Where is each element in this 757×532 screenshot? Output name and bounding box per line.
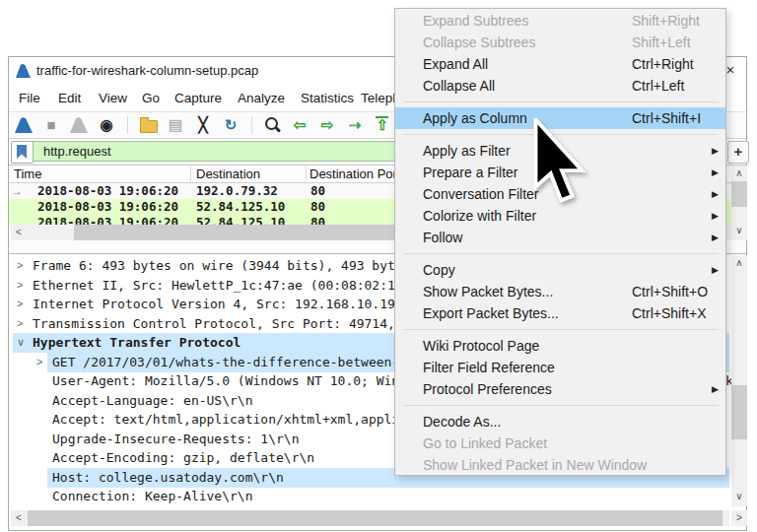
detail-row-text: Host: college.usatoday.com\r\n bbox=[52, 468, 284, 487]
context-menu-item-decode-as[interactable]: Decode As... bbox=[395, 411, 725, 432]
context-menu-item-shortcut: Ctrl+Shift+O bbox=[632, 281, 708, 302]
context-menu-item-expand-subtrees: Expand SubtreesShift+Right bbox=[395, 10, 725, 32]
menubar-item-go[interactable]: Go bbox=[142, 85, 160, 111]
menubar-item-capture[interactable]: Capture bbox=[174, 85, 222, 111]
detail-row-text: Accept-Language: en-US\r\n bbox=[52, 391, 253, 410]
submenu-arrow-icon: ▶ bbox=[712, 378, 719, 400]
expand-icon[interactable]: > bbox=[17, 314, 23, 333]
detail-row-text: Upgrade-Insecure-Requests: 1\r\n bbox=[52, 430, 299, 448]
packet-list-vscroll-thumb[interactable] bbox=[731, 181, 747, 207]
context-menu-separator bbox=[395, 324, 725, 335]
detail-row-text: Hypertext Transfer Protocol bbox=[33, 333, 241, 352]
submenu-arrow-icon: ▶ bbox=[712, 162, 719, 183]
context-menu-item-shortcut: Shift+Right bbox=[632, 10, 700, 32]
detail-row-text: GET /2017/03/01/whats-the-difference-bet… bbox=[52, 353, 399, 371]
packet-list-vscroll-down-button[interactable]: ∨ bbox=[731, 223, 747, 238]
window-title: traffic-for-wireshark-column-setup.pcap bbox=[36, 57, 258, 85]
packet-list-vscroll-up-button[interactable]: ∧ bbox=[731, 166, 747, 181]
context-menu-item-export-packet-bytes[interactable]: Export Packet Bytes...Ctrl+Shift+X bbox=[395, 302, 725, 324]
expand-icon[interactable]: > bbox=[17, 256, 23, 275]
display-filter-value: http.request bbox=[43, 142, 111, 161]
submenu-arrow-icon: ▶ bbox=[712, 140, 719, 162]
save-file-icon[interactable]: ▤ bbox=[164, 114, 187, 136]
context-menu-item-label: Conversation Filter bbox=[423, 183, 539, 205]
context-menu-item-label: Apply as Filter bbox=[423, 140, 511, 162]
detail-hscroll-left-button[interactable]: < bbox=[11, 510, 27, 526]
go-to-packet-icon[interactable]: ⇢ bbox=[343, 114, 367, 136]
submenu-arrow-icon: ▶ bbox=[712, 259, 719, 281]
detail-row-text: Transmission Control Protocol, Src Port:… bbox=[33, 314, 395, 333]
context-menu-item-follow[interactable]: Follow▶ bbox=[395, 227, 725, 248]
reload-file-icon[interactable]: ↻ bbox=[219, 114, 242, 136]
context-menu-separator bbox=[395, 248, 725, 259]
menubar-item-file[interactable]: File bbox=[19, 85, 40, 111]
detail-hscroll-thumb[interactable] bbox=[28, 510, 723, 526]
context-menu-item-copy[interactable]: Copy▶ bbox=[395, 259, 725, 281]
capture-options-fin-icon[interactable] bbox=[67, 114, 91, 136]
context-menu-item-shortcut: Ctrl+Shift+X bbox=[632, 302, 706, 324]
collapse-icon[interactable]: ∨ bbox=[17, 333, 25, 352]
expand-icon[interactable]: > bbox=[17, 276, 23, 295]
context-menu-item-collapse-all[interactable]: Collapse AllCtrl+Left bbox=[395, 75, 725, 97]
context-menu-item-protocol-preferences[interactable]: Protocol Preferences▶ bbox=[395, 378, 725, 400]
detail-vscroll-thumb[interactable] bbox=[731, 385, 747, 439]
open-file-icon[interactable] bbox=[136, 114, 160, 136]
filter-add-button[interactable]: + bbox=[727, 141, 749, 164]
menubar-item-edit[interactable]: Edit bbox=[58, 85, 81, 111]
detail-row-text: Ethernet II, Src: HewlettP_1c:47:ae (00:… bbox=[33, 276, 403, 295]
context-menu-item-show-packet-bytes[interactable]: Show Packet Bytes...Ctrl+Shift+O bbox=[395, 281, 725, 302]
column-header-destination-port[interactable]: Destination Port bbox=[310, 166, 401, 182]
detail-vscroll-up-button[interactable]: ∧ bbox=[731, 255, 747, 271]
wireshark-fin-icon bbox=[15, 117, 33, 133]
context-menu-item-filter-field-reference[interactable]: Filter Field Reference bbox=[395, 357, 725, 378]
detail-row-text: User-Agent: Mozilla/5.0 (Windows NT 10.0… bbox=[52, 371, 399, 390]
submenu-arrow-icon: ▶ bbox=[712, 205, 719, 227]
detail-row-text: Frame 6: 493 bytes on wire (3944 bits), … bbox=[33, 256, 403, 275]
expand-icon[interactable]: > bbox=[36, 353, 42, 371]
submenu-arrow-icon: ▶ bbox=[712, 227, 719, 248]
context-menu-item-go-to-linked-packet: Go to Linked Packet bbox=[395, 432, 725, 454]
go-to-top-icon[interactable]: ⇧ bbox=[371, 114, 394, 136]
wireshark-fin-icon[interactable] bbox=[12, 114, 35, 136]
menubar-item-view[interactable]: View bbox=[99, 85, 127, 111]
detail-vscroll-track[interactable] bbox=[731, 255, 747, 506]
context-menu-item-expand-all[interactable]: Expand AllCtrl+Right bbox=[395, 53, 725, 75]
detail-row-text: Internet Protocol Version 4, Src: 192.16… bbox=[33, 295, 403, 313]
open-file-icon bbox=[140, 120, 158, 133]
column-header-destination[interactable]: Destination bbox=[196, 166, 260, 182]
detail-row[interactable]: Connection: Keep-Alive\r\n bbox=[9, 487, 731, 506]
context-menu-item-label: Follow bbox=[423, 227, 462, 248]
column-separator[interactable] bbox=[190, 166, 191, 181]
context-menu-item-label: Protocol Preferences bbox=[423, 378, 552, 400]
find-packet-icon[interactable] bbox=[260, 114, 284, 136]
first-packet-marker-icon: → bbox=[11, 183, 23, 199]
packet-list-hscroll-left-button[interactable]: < bbox=[11, 225, 27, 240]
context-menu-separator bbox=[395, 400, 725, 411]
context-menu-item-shortcut: Ctrl+Right bbox=[632, 53, 694, 75]
detail-row-text: Connection: Keep-Alive\r\n bbox=[52, 487, 253, 505]
context-menu-item-label: Export Packet Bytes... bbox=[423, 302, 559, 324]
close-file-icon[interactable]: ╳ bbox=[191, 114, 215, 136]
context-menu-item-colorize-with-filter[interactable]: Colorize with Filter▶ bbox=[395, 205, 725, 227]
column-separator[interactable] bbox=[306, 166, 307, 181]
menubar-item-statistics[interactable]: Statistics bbox=[301, 85, 354, 111]
detail-vscroll-down-button[interactable]: ∨ bbox=[731, 489, 747, 504]
context-menu-item-label: Decode As... bbox=[423, 411, 501, 432]
context-menu-item-label: Expand All bbox=[423, 53, 488, 75]
expand-icon[interactable]: > bbox=[17, 295, 23, 313]
context-menu-item-wiki-protocol-page[interactable]: Wiki Protocol Page bbox=[395, 335, 725, 357]
context-menu-item-label: Wiki Protocol Page bbox=[423, 335, 539, 357]
filter-bookmark-button[interactable] bbox=[11, 141, 34, 164]
go-back-icon[interactable]: ⇦ bbox=[288, 114, 311, 136]
capture-settings-icon[interactable]: ◉ bbox=[95, 114, 118, 136]
menubar-item-analyze[interactable]: Analyze bbox=[238, 85, 285, 111]
column-header-time[interactable]: Time bbox=[14, 166, 41, 182]
detail-hscroll-right-button[interactable]: > bbox=[731, 510, 747, 526]
detail-row-text: Accept-Encoding: gzip, deflate\r\n bbox=[52, 448, 314, 467]
context-menu-item-shortcut: Ctrl+Left bbox=[632, 75, 684, 97]
go-forward-icon[interactable]: ⇨ bbox=[315, 114, 339, 136]
stop-capture-icon[interactable]: ■ bbox=[39, 114, 63, 136]
packet-cell-destination: 52.84.125.10 bbox=[196, 199, 285, 215]
toolbar-separator bbox=[251, 116, 252, 134]
detail-row-text: Accept: text/html,application/xhtml+xml,… bbox=[52, 410, 399, 429]
